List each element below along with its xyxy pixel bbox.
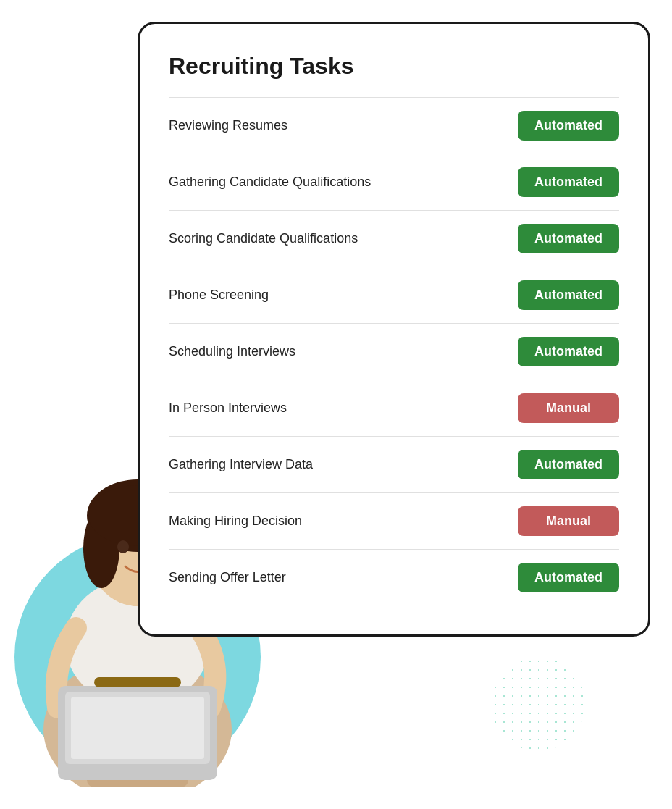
task-badge-in-person-interviews: Manual bbox=[518, 393, 619, 423]
task-name-reviewing-resumes: Reviewing Resumes bbox=[169, 118, 287, 133]
task-row-scheduling-interviews: Scheduling InterviewsAutomated bbox=[169, 323, 619, 380]
task-badge-gathering-interview-data: Automated bbox=[518, 450, 619, 479]
task-badge-phone-screening: Automated bbox=[518, 280, 619, 310]
task-row-reviewing-resumes: Reviewing ResumesAutomated bbox=[169, 97, 619, 154]
task-name-sending-offer-letter: Sending Offer Letter bbox=[169, 570, 286, 585]
svg-rect-13 bbox=[71, 697, 204, 759]
task-row-phone-screening: Phone ScreeningAutomated bbox=[169, 267, 619, 323]
task-list: Reviewing ResumesAutomatedGathering Cand… bbox=[169, 97, 619, 605]
page: Recruiting Tasks Reviewing ResumesAutoma… bbox=[0, 0, 672, 809]
task-name-in-person-interviews: In Person Interviews bbox=[169, 401, 287, 416]
task-row-gathering-candidate-qualifications: Gathering Candidate QualificationsAutoma… bbox=[169, 154, 619, 210]
recruiting-tasks-card: Recruiting Tasks Reviewing ResumesAutoma… bbox=[138, 22, 650, 637]
task-name-scheduling-interviews: Scheduling Interviews bbox=[169, 344, 295, 359]
task-badge-gathering-candidate-qualifications: Automated bbox=[518, 167, 619, 197]
task-name-making-hiring-decision: Making Hiring Decision bbox=[169, 514, 302, 529]
task-badge-scoring-candidate-qualifications: Automated bbox=[518, 224, 619, 253]
svg-rect-14 bbox=[94, 677, 181, 687]
task-name-scoring-candidate-qualifications: Scoring Candidate Qualifications bbox=[169, 231, 358, 246]
page-title: Recruiting Tasks bbox=[169, 53, 619, 80]
task-name-gathering-candidate-qualifications: Gathering Candidate Qualifications bbox=[169, 175, 371, 190]
task-row-scoring-candidate-qualifications: Scoring Candidate QualificationsAutomate… bbox=[169, 210, 619, 267]
task-name-phone-screening: Phone Screening bbox=[169, 288, 269, 303]
task-row-gathering-interview-data: Gathering Interview DataAutomated bbox=[169, 436, 619, 492]
task-row-sending-offer-letter: Sending Offer LetterAutomated bbox=[169, 549, 619, 605]
task-badge-sending-offer-letter: Automated bbox=[518, 563, 619, 592]
task-badge-reviewing-resumes: Automated bbox=[518, 111, 619, 141]
task-name-gathering-interview-data: Gathering Interview Data bbox=[169, 457, 313, 472]
task-row-in-person-interviews: In Person InterviewsManual bbox=[169, 380, 619, 436]
task-badge-making-hiring-decision: Manual bbox=[518, 506, 619, 536]
task-row-making-hiring-decision: Making Hiring DecisionManual bbox=[169, 492, 619, 549]
svg-point-9 bbox=[117, 540, 129, 553]
task-badge-scheduling-interviews: Automated bbox=[518, 337, 619, 366]
dot-circle-decoration bbox=[491, 657, 585, 751]
